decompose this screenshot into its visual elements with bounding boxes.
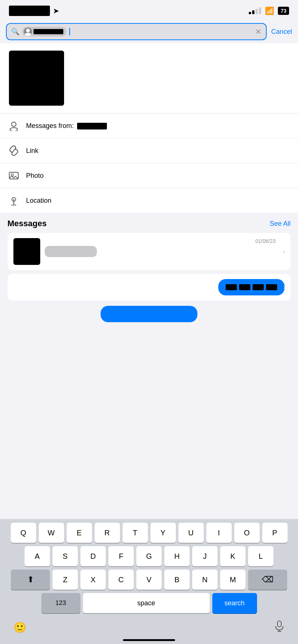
search-field[interactable]: 🔍 ✕ <box>6 23 267 40</box>
navigation-arrow: ➤ <box>53 6 59 15</box>
see-all-button[interactable]: See All <box>270 220 291 228</box>
message-preview-1 <box>45 246 97 257</box>
sender-name-block <box>77 123 107 129</box>
status-right: 📶 73 <box>249 6 289 15</box>
svg-point-3 <box>10 128 18 131</box>
key-c[interactable]: C <box>108 570 134 590</box>
filter-messages-from[interactable]: Messages from: <box>0 113 298 138</box>
key-f[interactable]: F <box>108 546 134 566</box>
messages-header: Messages See All <box>7 219 291 228</box>
message-chevron-2: › <box>283 283 285 291</box>
messages-from-label: Messages from: <box>26 122 107 130</box>
key-a[interactable]: A <box>25 546 50 566</box>
messages-section: Messages See All 01/06/23 › › <box>0 213 298 322</box>
keyboard-row-4: 123 space search <box>2 593 296 613</box>
signal-bar-4 <box>259 7 261 14</box>
messages-title: Messages <box>7 219 47 228</box>
key-p[interactable]: P <box>262 523 288 543</box>
photo-icon <box>7 169 20 182</box>
carrier-block <box>9 6 50 16</box>
search-token[interactable] <box>22 27 66 36</box>
key-z[interactable]: Z <box>53 570 78 590</box>
svg-rect-9 <box>278 621 281 627</box>
key-q[interactable]: Q <box>11 523 36 543</box>
space-key[interactable]: space <box>83 593 210 613</box>
signal-bar-3 <box>256 9 258 14</box>
bubble-text-4 <box>266 284 277 290</box>
partial-button <box>101 306 197 322</box>
signal-bars <box>249 7 261 14</box>
key-u[interactable]: U <box>178 523 204 543</box>
emoji-icon[interactable]: 🙂 <box>13 621 26 634</box>
key-i[interactable]: I <box>206 523 232 543</box>
photo-label: Photo <box>26 172 44 180</box>
home-indicator <box>123 639 175 641</box>
key-s[interactable]: S <box>53 546 78 566</box>
link-label: Link <box>26 147 38 155</box>
key-b[interactable]: B <box>164 570 190 590</box>
filter-location[interactable]: Location <box>0 188 298 213</box>
search-key[interactable]: search <box>212 593 257 613</box>
message-avatar-1 <box>13 238 40 265</box>
person-icon <box>7 119 20 132</box>
keyboard-row-2: A S D F G H J K L <box>2 546 296 566</box>
svg-point-0 <box>26 29 30 32</box>
key-e[interactable]: E <box>67 523 92 543</box>
svg-point-6 <box>11 174 13 176</box>
message-chevron-1: › <box>283 248 285 256</box>
key-t[interactable]: T <box>123 523 148 543</box>
contact-card <box>0 43 298 113</box>
keyboard-row-3: ⬆ Z X C V B N M ⌫ <box>2 570 296 590</box>
contact-avatar-large <box>9 51 64 106</box>
bubble-text-2 <box>239 284 250 290</box>
message-card-2[interactable]: › <box>7 274 291 301</box>
cancel-button[interactable]: Cancel <box>271 28 292 36</box>
key-v[interactable]: V <box>136 570 162 590</box>
bubble-text-3 <box>253 284 264 290</box>
location-label: Location <box>26 197 51 205</box>
keyboard-row-1: Q W E R T Y U I O P <box>2 523 296 543</box>
key-g[interactable]: G <box>136 546 162 566</box>
microphone-icon[interactable] <box>274 620 285 635</box>
status-bar: ➤ 📶 73 <box>0 0 298 20</box>
key-d[interactable]: D <box>80 546 106 566</box>
wifi-icon: 📶 <box>265 6 274 15</box>
svg-point-1 <box>25 33 31 36</box>
filter-section: Messages from: Link Photo <box>0 113 298 213</box>
keyboard: Q W E R T Y U I O P A S D F G H J K L ⬆ … <box>0 519 298 644</box>
svg-point-2 <box>12 122 16 126</box>
key-m[interactable]: M <box>220 570 245 590</box>
search-icon: 🔍 <box>11 28 19 36</box>
delete-key[interactable]: ⌫ <box>248 570 287 590</box>
key-h[interactable]: H <box>164 546 190 566</box>
bubble-text-1 <box>226 284 237 290</box>
key-n[interactable]: N <box>192 570 218 590</box>
key-k[interactable]: K <box>220 546 245 566</box>
key-x[interactable]: X <box>80 570 106 590</box>
status-left: ➤ <box>9 6 59 16</box>
key-l[interactable]: L <box>248 546 273 566</box>
blue-bubble <box>218 279 285 295</box>
shift-key[interactable]: ⬆ <box>11 570 50 590</box>
message-date-1: 01/06/23 <box>256 238 276 244</box>
keyboard-bottom-bar: 🙂 <box>2 616 296 637</box>
key-r[interactable]: R <box>95 523 120 543</box>
filter-photo[interactable]: Photo <box>0 163 298 188</box>
token-name-block <box>34 29 63 34</box>
numbers-key[interactable]: 123 <box>41 593 80 613</box>
search-bar-row: 🔍 ✕ Cancel <box>0 20 298 43</box>
svg-line-4 <box>12 149 15 152</box>
signal-bar-2 <box>252 10 254 14</box>
key-j[interactable]: J <box>192 546 218 566</box>
key-w[interactable]: W <box>39 523 64 543</box>
signal-bar-1 <box>249 12 251 14</box>
message-card-1[interactable]: 01/06/23 › <box>7 233 291 270</box>
token-avatar <box>24 28 32 36</box>
search-clear-icon[interactable]: ✕ <box>255 27 261 36</box>
location-icon <box>7 194 20 207</box>
link-icon <box>7 144 20 157</box>
key-o[interactable]: O <box>234 523 260 543</box>
key-y[interactable]: Y <box>150 523 176 543</box>
battery-indicator: 73 <box>278 7 289 15</box>
filter-link[interactable]: Link <box>0 138 298 163</box>
